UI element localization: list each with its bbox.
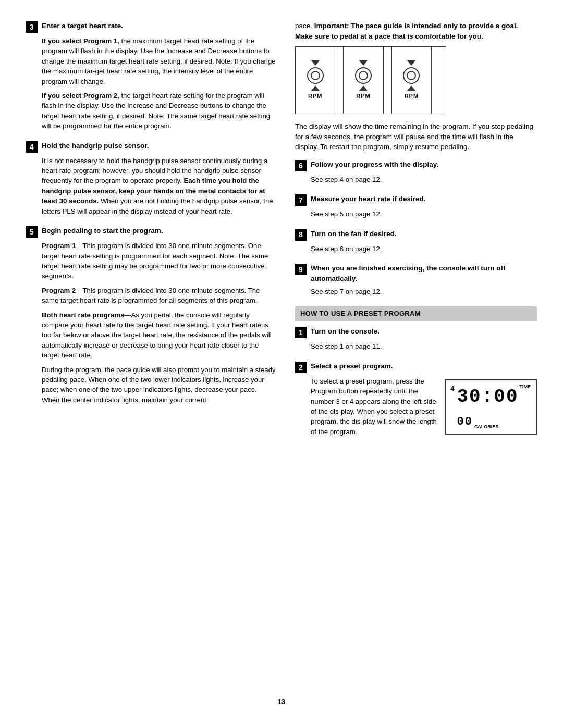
step-7-p1: See step 5 on page 12. [311, 209, 537, 219]
preset-step-1-block: 1 Turn on the console. See step 1 on pag… [295, 326, 537, 351]
arrow-down-2 [359, 60, 368, 66]
step-3-block: 3 Enter a target heart rate. If you sele… [26, 21, 276, 131]
rpm-circle-1 [307, 67, 324, 84]
arrow-up-1 [311, 85, 320, 91]
step-6-number: 6 [295, 160, 307, 171]
rpm-diagram: RPM RPM [295, 46, 446, 114]
right-column: pace. Important: The pace guide is inten… [295, 21, 537, 683]
display-calories-number: 00 [457, 414, 472, 430]
step-6-block: 6 Follow your progress with the display.… [295, 159, 537, 184]
step-9-title: When you are finished exercising, the co… [311, 263, 537, 283]
step-5-p1: Program 1—This program is divided into 3… [42, 241, 276, 281]
preset-step-1-title: Turn on the console. [311, 326, 380, 337]
arrow-up-3 [407, 85, 415, 91]
step-5-p2: Program 2—This program is divided into 3… [42, 286, 276, 306]
rpm-label-1: RPM [308, 92, 322, 101]
step-7-body: See step 5 on page 12. [311, 209, 537, 219]
display-main-number: 30:00 [457, 384, 518, 411]
rpm-divider-2 [384, 47, 392, 114]
step-3-p2-bold: If you select Program 2, [42, 92, 119, 100]
step-8-block: 8 Turn on the fan if desired. See step 6… [295, 229, 537, 254]
step-5-p4: During the program, the pace guide will … [42, 365, 276, 405]
left-column: 3 Enter a target heart rate. If you sele… [26, 21, 276, 683]
rpm-inner-1 [311, 71, 320, 80]
step-5-p1-text: —This program is divided into 30 one-min… [42, 242, 268, 280]
rpm-inner-2 [359, 71, 368, 80]
arrow-down-1 [311, 60, 320, 66]
preset-step-2-number: 2 [295, 362, 307, 373]
rpm-circle-3 [403, 67, 420, 84]
rpm-cell-2: RPM [344, 47, 383, 114]
step-4-block: 4 Hold the handgrip pulse sensor. It is … [26, 141, 276, 216]
preset-step-1-body: See step 1 on page 11. [311, 341, 537, 351]
step-5-p3-bold: Both heart rate programs [42, 311, 124, 319]
preset-step-2-block: 2 Select a preset program. 4 30:00 TIME [295, 361, 537, 438]
display-body-text: The display will show the time remaining… [295, 121, 537, 152]
step-8-title: Turn on the fan if desired. [311, 229, 397, 239]
step-6-p1: See step 4 on page 12. [311, 175, 537, 184]
step-6-body: See step 4 on page 12. [311, 175, 537, 184]
rpm-divider-1 [335, 47, 344, 114]
page-number: 13 [26, 697, 537, 707]
step-5-block: 5 Begin pedaling to start the program. P… [26, 226, 276, 405]
step-5-p2-bold: Program 2 [42, 287, 76, 294]
rpm-spacer [432, 47, 446, 114]
step-5-p1-bold: Program 1 [42, 242, 76, 250]
display-time-label: TIME [520, 384, 531, 390]
step-3-p1: If you select Program 1, the maximum tar… [42, 36, 276, 87]
step-9-block: 9 When you are finished exercising, the … [295, 263, 537, 297]
step-5-title: Begin pedaling to start the program. [42, 226, 163, 236]
step-3-p2: If you select Program 2, the target hear… [42, 91, 276, 131]
display-preset-num: 4 [450, 384, 454, 393]
step-6-title: Follow your progress with the display. [311, 159, 438, 170]
rpm-inner-3 [407, 71, 416, 80]
step-3-p1-bold: If you select Program 1, [42, 37, 119, 45]
section-bar: HOW TO USE A PRESET PROGRAM [295, 306, 537, 322]
step-3-title: Enter a target heart rate. [42, 21, 123, 31]
display-calories-label: CALORIES [474, 424, 499, 430]
step-4-body: It is not necessary to hold the handgrip… [42, 156, 276, 216]
step-3-body: If you select Program 1, the maximum tar… [42, 36, 276, 131]
rpm-cell-3: RPM [392, 47, 432, 114]
step-7-title: Measure your heart rate if desired. [311, 194, 426, 204]
step-5-number: 5 [26, 226, 38, 238]
preset-step-1-number: 1 [295, 327, 307, 338]
step-7-block: 7 Measure your heart rate if desired. Se… [295, 194, 537, 219]
step-7-number: 7 [295, 194, 307, 206]
step-9-p1: See step 7 on page 12. [311, 287, 537, 297]
step-8-number: 8 [295, 229, 307, 241]
step-9-number: 9 [295, 264, 307, 275]
preset-step-2-body: 4 30:00 TIME 00 CALORIES [311, 376, 537, 438]
step-8-body: See step 6 on page 12. [311, 244, 537, 254]
step-4-number: 4 [26, 141, 38, 153]
preset-step-1-p1: See step 1 on page 11. [311, 341, 537, 351]
step-8-p1: See step 6 on page 12. [311, 244, 537, 254]
rpm-label-2: RPM [356, 92, 370, 101]
pace-continuation: pace. Important: The pace guide is inten… [295, 21, 537, 41]
step-4-p1: It is not necessary to hold the handgrip… [42, 156, 276, 216]
display-box: 4 30:00 TIME 00 CALORIES [445, 379, 537, 435]
preset-step-2-title: Select a preset program. [311, 361, 393, 372]
step-4-title: Hold the handgrip pulse sensor. [42, 141, 149, 151]
step-5-body: Program 1—This program is divided into 3… [42, 241, 276, 405]
step-9-body: See step 7 on page 12. [311, 287, 537, 297]
arrow-up-2 [359, 85, 368, 91]
rpm-cell-1: RPM [296, 47, 335, 114]
pace-important-bold: Important: The pace guide is intended on… [295, 22, 518, 40]
rpm-circle-2 [355, 67, 372, 84]
pace-cont-text: pace. [295, 22, 312, 30]
rpm-label-3: RPM [405, 92, 419, 101]
step-3-number: 3 [26, 21, 38, 33]
step-5-p3: Both heart rate programs—As you pedal, t… [42, 310, 276, 361]
arrow-down-3 [407, 60, 415, 66]
page: 3 Enter a target heart rate. If you sele… [0, 0, 563, 728]
